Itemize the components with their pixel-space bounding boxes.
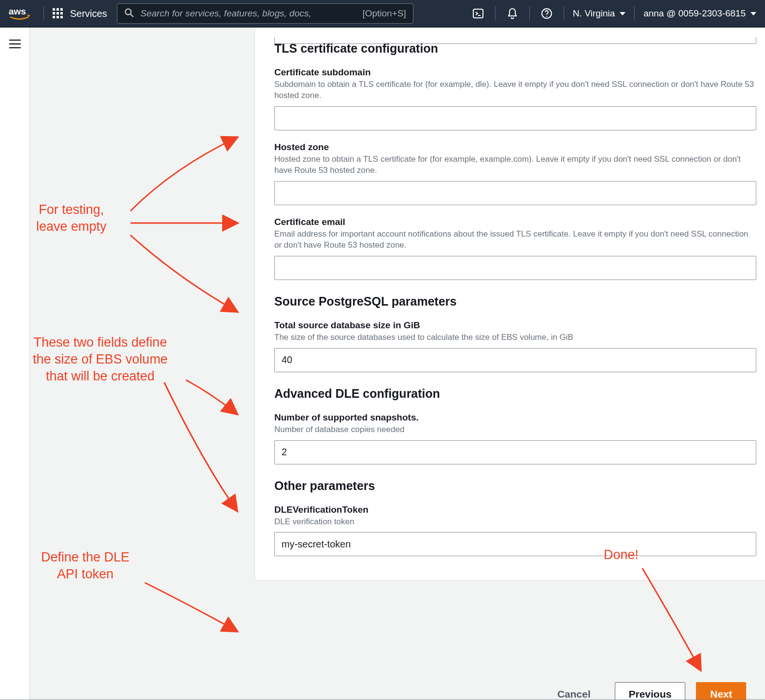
- region-selector[interactable]: N. Virginia: [573, 8, 625, 19]
- svg-rect-1: [53, 8, 55, 11]
- wizard-footer: Cancel Previous Next: [255, 682, 746, 700]
- left-rail: [0, 28, 30, 700]
- search-input[interactable]: [140, 8, 357, 19]
- chevron-down-icon: [751, 12, 756, 15]
- svg-rect-4: [53, 12, 55, 14]
- snapshots-field: Number of supported snapshots. Number of…: [274, 412, 756, 464]
- snapshots-input[interactable]: [274, 440, 756, 464]
- svg-rect-9: [60, 16, 63, 18]
- svg-point-10: [125, 9, 131, 14]
- search-icon: [124, 8, 134, 20]
- open-side-nav-button[interactable]: [9, 40, 21, 48]
- cert-email-input[interactable]: [274, 256, 756, 280]
- next-button[interactable]: Next: [696, 682, 746, 700]
- cert-subdomain-field: Certificate subdomain Subdomain to obtai…: [274, 67, 756, 130]
- grid-icon: [53, 8, 63, 19]
- svg-rect-2: [57, 8, 59, 11]
- svg-rect-7: [53, 16, 55, 18]
- pg-section-heading: Source PostgreSQL parameters: [274, 294, 756, 308]
- help-button[interactable]: [538, 5, 555, 22]
- hosted-zone-field: Hosted zone Hosted zone to obtain a TLS …: [274, 142, 756, 205]
- db-size-input[interactable]: [274, 348, 756, 372]
- tls-section-heading: TLS certificate configuration: [274, 42, 756, 56]
- db-size-field: Total source database size in GiB The si…: [274, 320, 756, 372]
- account-label: anna @ 0059-2303-6815: [643, 8, 746, 19]
- notifications-button[interactable]: [504, 5, 521, 22]
- token-input[interactable]: [274, 532, 756, 556]
- svg-rect-3: [60, 8, 63, 11]
- previous-button[interactable]: Previous: [615, 682, 686, 700]
- svg-line-11: [130, 14, 133, 17]
- region-label: N. Virginia: [573, 8, 615, 19]
- svg-rect-5: [57, 12, 59, 14]
- token-field: DLEVerificationToken DLE verification to…: [274, 504, 756, 557]
- other-section-heading: Other parameters: [274, 479, 756, 493]
- parameters-panel: TLS certificate configuration Certificat…: [255, 28, 765, 581]
- svg-point-15: [546, 16, 547, 17]
- services-label: Services: [70, 8, 107, 19]
- search-kbd-hint: [Option+S]: [362, 8, 406, 19]
- services-menu[interactable]: Services: [53, 8, 107, 19]
- hosted-zone-input[interactable]: [274, 181, 756, 205]
- cancel-button[interactable]: Cancel: [544, 682, 604, 700]
- svg-rect-8: [57, 16, 59, 18]
- cert-subdomain-input[interactable]: [274, 106, 756, 130]
- svg-rect-6: [60, 12, 63, 14]
- top-nav: aws Services [Option+S]: [0, 0, 765, 28]
- adv-section-heading: Advanced DLE configuration: [274, 387, 756, 401]
- global-search[interactable]: [Option+S]: [117, 3, 413, 24]
- svg-text:aws: aws: [9, 6, 26, 16]
- cert-email-field: Certificate email Email address for impo…: [274, 217, 756, 280]
- cloudshell-button[interactable]: [470, 5, 486, 22]
- aws-logo[interactable]: aws: [9, 6, 35, 21]
- chevron-down-icon: [620, 12, 625, 15]
- account-menu[interactable]: anna @ 0059-2303-6815: [643, 8, 756, 19]
